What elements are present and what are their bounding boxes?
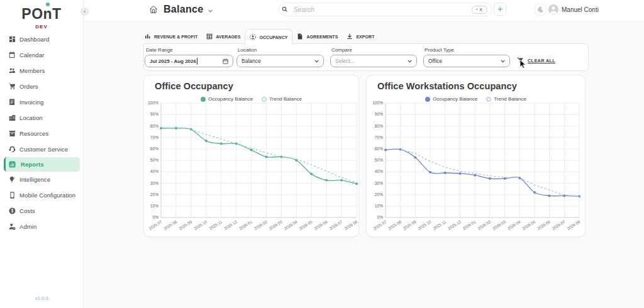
tab-averages[interactable]: AVERAGES: [202, 29, 245, 44]
calendar-icon: [223, 58, 228, 64]
svg-text:2026 02: 2026 02: [477, 219, 492, 231]
svg-text:80%: 80%: [375, 124, 383, 128]
office-occupancy-card: Office Occupancy Occupancy BalanceTrend …: [143, 75, 359, 237]
tab-revenue-profit[interactable]: REVENUE & PROFIT: [143, 29, 202, 44]
sidebar-item-reports[interactable]: Reports: [4, 157, 80, 172]
svg-text:80%: 80%: [150, 124, 158, 128]
date-range-label: Date Range: [146, 47, 233, 53]
svg-text:2025 12: 2025 12: [223, 219, 238, 231]
svg-text:20%: 20%: [375, 192, 383, 197]
svg-text:2026 05: 2026 05: [298, 219, 313, 231]
svg-text:100%: 100%: [148, 101, 158, 105]
tab-export[interactable]: EXPORT: [342, 29, 379, 44]
date-range-input[interactable]: Jul 2025 - Aug 2026: [145, 55, 233, 67]
bulb-icon: [9, 176, 16, 183]
logo-dot-icon: [46, 3, 50, 6]
chevron-down-icon: [408, 59, 412, 63]
main-content: REVENUE & PROFITAVERAGESOCCUPANCYAGREEME…: [84, 23, 644, 308]
sidebar-item-calendar[interactable]: Calendar: [0, 47, 83, 63]
svg-text:50%: 50%: [375, 158, 383, 162]
invoice-icon: [9, 99, 16, 106]
sidebar-item-members[interactable]: Members: [0, 63, 83, 79]
svg-text:90%: 90%: [375, 112, 383, 116]
svg-text:30%: 30%: [150, 181, 158, 185]
avatar[interactable]: [548, 4, 558, 14]
user-icon: [548, 4, 558, 14]
sidebar-item-costs[interactable]: Costs: [0, 203, 83, 219]
dark-mode-toggle[interactable]: [535, 3, 547, 16]
search-input[interactable]: Search ^ K: [279, 3, 492, 16]
svg-text:100%: 100%: [372, 101, 383, 105]
svg-text:2026 07: 2026 07: [552, 219, 567, 231]
compare-select[interactable]: Select...: [330, 55, 417, 67]
tab-agreements[interactable]: AGREEMENTS: [292, 29, 342, 44]
svg-text:60%: 60%: [150, 146, 158, 151]
sidebar-item-dashboard[interactable]: Dashboard: [0, 31, 83, 47]
sidebar-item-mobile-configuration[interactable]: Mobile Configuration: [0, 187, 83, 203]
sidebar-collapse-button[interactable]: ‹: [80, 8, 89, 16]
sidebar-item-invoicing[interactable]: Invoicing: [0, 94, 83, 110]
sidebar-item-customer-service[interactable]: Customer Service: [0, 141, 83, 157]
calendar-icon: [9, 52, 16, 58]
archive-icon: [9, 130, 16, 137]
title-chevron-down-icon[interactable]: [208, 8, 213, 14]
svg-text:2025 08: 2025 08: [387, 219, 402, 231]
svg-text:2025 07: 2025 07: [148, 219, 163, 231]
svg-text:90%: 90%: [150, 112, 158, 116]
svg-text:2025 09: 2025 09: [402, 219, 418, 231]
compare-label: Compare: [331, 47, 417, 53]
report-icon: [9, 160, 17, 168]
sidebar-item-admin[interactable]: Admin: [0, 219, 83, 234]
sidebar: POnT DEV DashboardCalendarMembersOrdersI…: [0, 0, 84, 308]
cart-icon: [9, 83, 16, 90]
search-icon: [282, 6, 288, 13]
svg-text:2026 08: 2026 08: [343, 219, 358, 231]
svg-text:0%: 0%: [377, 215, 383, 219]
occupancy-icon: [250, 34, 256, 40]
app-version: v1.0.3: [0, 295, 83, 301]
admin-icon: [9, 223, 16, 230]
svg-text:10%: 10%: [150, 204, 158, 208]
clear-all-button[interactable]: CLEAR ALL: [517, 57, 555, 64]
svg-text:2026 03: 2026 03: [492, 219, 507, 231]
svg-text:2025 10: 2025 10: [417, 219, 432, 231]
chart-title: Office Occupancy: [155, 81, 233, 91]
building-icon: [9, 114, 16, 121]
svg-text:50%: 50%: [150, 158, 158, 162]
tab-occupancy[interactable]: OCCUPANCY: [245, 29, 292, 45]
svg-text:2026 01: 2026 01: [462, 219, 477, 231]
product-type-select[interactable]: Office: [423, 55, 510, 67]
svg-text:2026 03: 2026 03: [269, 219, 284, 231]
svg-text:10%: 10%: [375, 204, 383, 208]
svg-text:20%: 20%: [150, 192, 158, 197]
svg-text:2026 04: 2026 04: [284, 219, 299, 231]
user-name[interactable]: Manuel Conti: [562, 6, 599, 13]
svg-text:0%: 0%: [152, 215, 158, 219]
svg-text:2025 08: 2025 08: [163, 219, 178, 231]
office-workstations-occupancy-card: Office Workstations Occupancy Occupancy …: [366, 75, 586, 237]
chevron-down-icon: [501, 59, 505, 63]
home-icon[interactable]: [149, 5, 158, 14]
environment-badge: DEV: [0, 24, 83, 30]
search-placeholder: Search: [294, 6, 472, 13]
sidebar-item-location[interactable]: Location: [0, 110, 83, 126]
svg-text:30%: 30%: [375, 181, 383, 185]
svg-text:70%: 70%: [375, 135, 383, 140]
add-button[interactable]: +: [494, 3, 506, 16]
dashboard-icon: [9, 36, 16, 43]
sidebar-item-intelligence[interactable]: Intelligence: [0, 172, 83, 187]
chart-title: Office Workstations Occupancy: [377, 81, 517, 91]
filter-off-icon: [517, 57, 524, 64]
svg-text:2025 11: 2025 11: [432, 219, 447, 231]
page-title[interactable]: Balance: [164, 4, 203, 15]
sidebar-item-resources[interactable]: Resources: [0, 126, 83, 141]
svg-text:60%: 60%: [375, 146, 383, 151]
office-occupancy-chart: 0%10%20%30%40%50%60%70%80%90%100%2025 07…: [144, 101, 358, 236]
svg-text:2026 04: 2026 04: [506, 219, 521, 231]
svg-text:2026 06: 2026 06: [313, 219, 328, 231]
svg-text:40%: 40%: [375, 169, 383, 173]
bar-chart-icon: [145, 33, 151, 40]
location-select[interactable]: Balance: [236, 55, 324, 67]
sidebar-item-orders[interactable]: Orders: [0, 79, 83, 94]
sidebar-nav: DashboardCalendarMembersOrdersInvoicingL…: [0, 31, 83, 234]
